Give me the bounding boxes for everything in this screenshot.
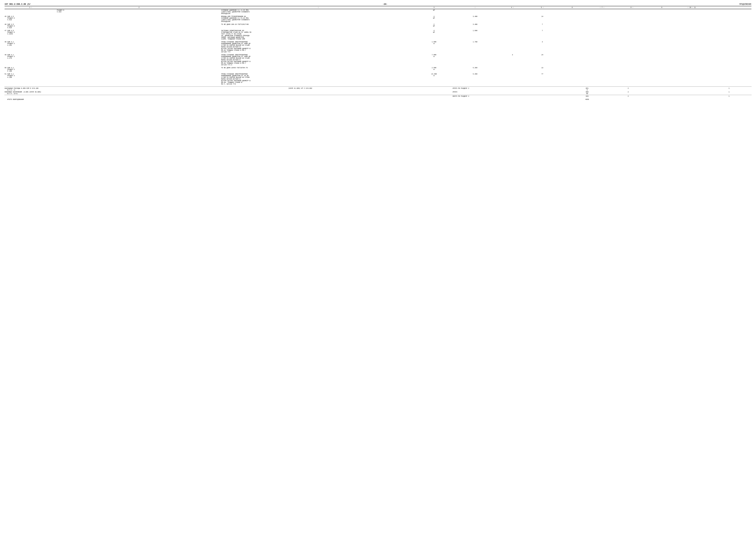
entry-46-desc: ТО ЖЕ ДИАМ.180-10 ГОСТ12617=80 xyxy=(221,24,415,29)
entry-48-v11 xyxy=(647,41,677,53)
entry-v8 xyxy=(557,10,587,14)
entry-48-v6 xyxy=(498,41,527,53)
nakladnye-nuchp: (НУЧП 41.60%) НТ С К=0.092 xyxy=(288,88,453,89)
entry-45-v6 xyxy=(498,16,527,22)
entry-v10 xyxy=(617,10,647,14)
entry-v11 xyxy=(647,10,677,14)
vsego-v11: 1 xyxy=(707,95,751,97)
entry-50-v10 xyxy=(617,67,647,72)
entry-50-desc: ТО ЖЕ ДИАМ.194Х6 ГОСТ10704-76 xyxy=(221,67,415,72)
entry-49-v7: 24 xyxy=(527,54,557,66)
entry-45-v9 xyxy=(587,16,617,22)
entry-50-name xyxy=(57,67,221,72)
entry-46-v7: 7 xyxy=(527,24,557,29)
col-header-6: 4 : xyxy=(498,7,527,8)
entry-51-num: 51 СЦМ 4.1 РАЗДЕЛ 3 п.190 xyxy=(5,73,57,85)
header-divider xyxy=(5,9,751,9)
entry-45-desc: ФЛАНЦЫ ДЛЯ ТРУБОПРОВОДОВ НАУСЛОВНОЕ ДАВЛ… xyxy=(221,16,415,22)
col-header-8: 6 xyxy=(557,7,587,8)
entry-46: 46 СЦМ 4.5 РАЗДЕЛ 9 п.916 ТО ЖЕ ДИАМ.180… xyxy=(5,24,751,29)
entry-45-name xyxy=(57,16,221,22)
entry-47-desc: ЗАГЛУШКИ ЭЛЛИПТИЧЕСКИЕ ИЗУГЛЕРОДИСТОЙ СТ… xyxy=(221,30,415,40)
entry-50-v9 xyxy=(587,67,617,72)
vsego-v8: 2 xyxy=(609,95,647,97)
col-header-9: : 7 : xyxy=(587,7,617,8)
top-divider xyxy=(5,6,751,6)
entry-46-v9 xyxy=(587,24,617,29)
nakladnye-label: НАКЛАДНЫЕ РАСХОДЫ 8.60% ЕЗП Е К=0.180 ПО… xyxy=(5,88,288,91)
entry-48-name xyxy=(57,41,221,53)
entry-v5 xyxy=(453,10,498,14)
nakladnye-v7: 8519 xyxy=(565,88,609,91)
entry-49-v8 xyxy=(557,54,587,66)
entry-48-v10 xyxy=(617,41,647,53)
entry-v4: ШТ xyxy=(416,10,453,14)
planovye-v8: 2 xyxy=(609,91,647,93)
entry-47-v9 xyxy=(587,30,617,40)
entry-50: 50 СЦМ 4.1 РАЗДЕЛ 3 П 190 ТО ЖЕ ДИАМ.194… xyxy=(5,67,751,72)
planovye-v11: 1 xyxy=(707,91,751,93)
itogo-oborud-empty xyxy=(453,99,565,100)
nakladnye-itogo-label: ИТОГО ПО РАЗДЕЛУ 2 xyxy=(453,88,565,89)
header-right: ПРОДОЛЖЕНИЕ xyxy=(740,3,751,5)
entry-51-v6 xyxy=(498,73,527,85)
entry-46-v8 xyxy=(557,24,587,29)
entry-49-v6: 3 xyxy=(498,54,527,66)
entry-51-v10 xyxy=(617,73,647,85)
entry-51-desc: ТРУБЫ СТАЛЬНЫЕ ЭЛЕКТРОСВАРНЫЕПРЯМОШОВНЫЕ… xyxy=(221,73,415,85)
col-header-5: : xyxy=(453,7,498,8)
entry-48-v4: 1.500м xyxy=(416,41,453,53)
entry-47-v5: 1.690 xyxy=(453,30,498,40)
entry-45-v8 xyxy=(557,16,587,22)
entry-47-v7: 7 xyxy=(527,30,557,40)
entry-46-v6 xyxy=(498,24,527,29)
col-header-2: 2 xyxy=(57,7,221,8)
col-header-4: 3 xyxy=(416,7,453,8)
entry-51-name xyxy=(57,73,221,85)
nakladnye-raschody-section: НАКЛАДНЫЕ РАСХОДЫ 8.60% ЕЗП Е К=0.180 ПО… xyxy=(5,88,751,94)
entry-name: РАЗДЕЛ 9п.915 xyxy=(57,10,221,14)
entry-45-v5: 3.400 xyxy=(453,16,498,22)
entry-51-v4: 14.400м xyxy=(416,73,453,85)
entry-45-v11 xyxy=(647,16,677,22)
page-header: 157 901-2-I66.I.89 (5/ -24- ПРОДОЛЖЕНИЕ xyxy=(5,3,751,5)
column-headers: 1 : 2 : 3 : 4 : 5 : 6 : 7 : 8 : 9 : 10 :… xyxy=(5,7,751,9)
entry-49-v4: 7.900м xyxy=(416,54,453,66)
col-header-1: 1 : xyxy=(5,7,57,8)
entry-47-v4: 4ШТ xyxy=(416,30,453,40)
entry-47-v6 xyxy=(498,30,527,40)
entry-49-v5 xyxy=(453,54,498,66)
entry-48-v8 xyxy=(557,41,587,53)
entry-47-v8 xyxy=(557,30,587,40)
entry-51: 51 СЦМ 4.1 РАЗДЕЛ 3 п.190 ТРУБЫ СТАЛЬНЫЕ… xyxy=(5,73,751,85)
entry-49: 49 СЦМ 4.1 РАЗДЕЛ 3 п.176 ТРУБЫ СТАЛЬНЫЕ… xyxy=(5,54,751,66)
entry-50-v5: 5.350 xyxy=(453,67,498,72)
entry-desc: УСЛОВНОЕ ДАВЛЕНИЕ 0.1 0.25 МПА(10КГС/СМ2… xyxy=(221,10,415,14)
entry-45-v10 xyxy=(617,16,647,22)
vsego-v7: 929 xyxy=(565,95,609,97)
entry-49-num: 49 СЦМ 4.1 РАЗДЕЛ 3 п.176 xyxy=(5,54,57,66)
vsego-itogo-label: ВСЕГО ПО РАЗДЕЛУ 2 xyxy=(453,95,565,97)
entry-50-v8 xyxy=(557,67,587,72)
col-header-12: : 10 : 11 xyxy=(677,7,707,8)
planovye-itogo-label: ИТОГО xyxy=(453,91,565,93)
entry-v6 xyxy=(498,10,527,14)
entry-num xyxy=(5,10,57,14)
entry-50-num: 50 СЦМ 4.1 РАЗДЕЛ 3 П 190 xyxy=(5,67,57,72)
col-header-11: 9 xyxy=(647,7,677,8)
entry-47-v11 xyxy=(647,30,677,40)
entry-51-v5: 5.350 xyxy=(453,73,498,85)
planovye-v7: 86069 xyxy=(565,91,609,94)
entry-50-v11 xyxy=(647,67,677,72)
entry-46-v11 xyxy=(647,24,677,29)
itogo-oborud-v7: 4956 xyxy=(565,99,609,100)
entry-48-v7: 3 xyxy=(527,41,557,53)
entry-48-v9 xyxy=(587,41,617,53)
entry-49-desc: ТРУБЫ СТАЛЬНЫЕ ЭЛЕКТРОСВАРНЫЕПРЯМОШОВНЫЕ… xyxy=(221,54,415,66)
entry-48: 48 СЦМ 4.1 РАЗДЕЛ 3 п.161 ТРУБЫ СТАЛЬНЫЕ… xyxy=(5,41,751,53)
entry-45-num: 45 СЦМ 4.5 РАЗДЕЛ 9 п.916 xyxy=(5,16,57,22)
entry-50-v4: 2.500м xyxy=(416,67,453,72)
itogo-oborud-label: ИТОГО ОБОРУДОВАНИЯ xyxy=(5,99,288,100)
entry-45: 45 СЦМ 4.5 РАЗДЕЛ 9 п.916 ФЛАНЦЫ ДЛЯ ТРУ… xyxy=(5,16,751,22)
entry-48-desc: ТРУБЫ СТАЛЬНЫЕ ЭЛЕКТРОСВАРНЫЕПРЯМОШОВНЫЕ… xyxy=(221,41,415,53)
